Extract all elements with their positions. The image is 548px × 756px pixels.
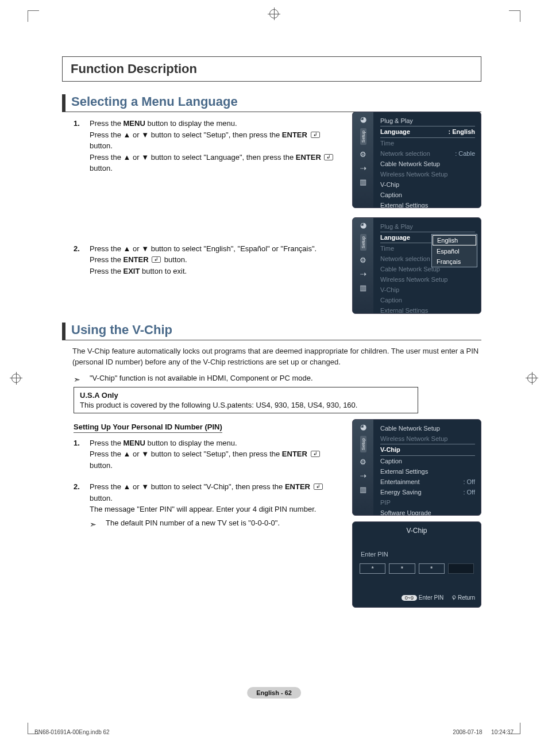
step-text: button. (90, 494, 113, 502)
section-intro: The V-Chip feature automatically locks o… (62, 346, 481, 368)
language-option[interactable]: Español (432, 246, 477, 256)
osd-label: Energy Saving (380, 489, 422, 496)
note: ➣ "V-Chip" function is not available in … (74, 374, 481, 382)
registration-mark-icon (11, 374, 21, 383)
osd-label: Language (380, 234, 410, 241)
step-number: 1. (74, 118, 80, 129)
bold-label: MENU (124, 119, 145, 128)
section-heading: Using the V-Chip (62, 323, 481, 340)
enter-icon (311, 132, 320, 138)
step-text: button. (90, 164, 113, 172)
picture-icon: ◕ (359, 423, 367, 431)
bold-label: ENTER (282, 450, 307, 458)
osd-sidebar: ◕ Setup ⚙ ⇢ ▥ (353, 218, 373, 313)
step-1: 1. Press the MENU button to display the … (74, 118, 338, 174)
registration-mark-icon (269, 9, 279, 18)
language-option[interactable]: Français (432, 256, 477, 267)
osd-item[interactable]: Cable Network Setup (380, 423, 475, 433)
osd-value: : Cable (455, 150, 475, 157)
step-number: 1. (74, 438, 80, 449)
step-text: The message "Enter PIN" will appear. Ent… (90, 505, 316, 513)
step-number: 2. (74, 481, 80, 493)
osd-item[interactable]: Entertainment: Off (380, 477, 475, 487)
registration-mark-icon (527, 374, 537, 383)
osd-item[interactable]: Plug & Play (380, 116, 475, 126)
input-icon: ⇢ (359, 472, 367, 480)
osd-item[interactable]: Caption (380, 456, 475, 466)
osd-item: Plug & Play (380, 221, 475, 232)
language-option[interactable]: English (433, 235, 476, 245)
step-text: Press the ▲ or ▼ button to select "V-Chi… (90, 482, 285, 491)
step-text: Press the ▲ or ▼ button to select "Engli… (90, 244, 317, 253)
usa-body: This product is covered by the following… (80, 401, 412, 409)
section-selecting-language: Selecting a Menu Language 1. Press the M… (62, 94, 481, 277)
osd-value: : Off (463, 478, 475, 485)
badge-0-9: 0~9 (402, 595, 417, 601)
step-text: Press the (90, 439, 124, 447)
pin-digit[interactable] (448, 563, 474, 574)
step-text: Press the ▲ or ▼ button to select "Langu… (90, 153, 296, 162)
osd-item[interactable]: External Settings (380, 200, 475, 208)
osd-label: V-Chip (380, 446, 400, 453)
step-2: 2. Press the ▲ or ▼ button to select "V-… (74, 481, 338, 528)
osd-sidebar: ◕ Setup ⚙ ⇢ ▥ (353, 112, 373, 208)
foot-label: Enter PIN (419, 594, 443, 601)
pin-digit[interactable]: * (360, 563, 385, 574)
osd-item: Wireless Network Setup (380, 274, 475, 285)
note-text: "V-Chip" function is not available in HD… (90, 374, 313, 382)
gear-icon: ⚙ (359, 151, 367, 159)
page-number-badge: English - 62 (247, 687, 301, 699)
enter-icon (324, 154, 333, 160)
pin-entry-panel: V-Chip Enter PIN * * * 0~9 Enter PIN ⟲ R… (352, 521, 481, 608)
picture-icon: ◕ (359, 116, 367, 124)
osd-setup-menu-2: ◕ Setup ⚙ ⇢ ▥ Plug & Play Language: Time… (352, 217, 481, 314)
pin-digit[interactable]: * (419, 563, 445, 574)
osd-item[interactable]: V-Chip (380, 179, 475, 190)
osd-items: Plug & Play ▸Language: English Time Netw… (373, 112, 481, 208)
osd-item[interactable]: External Settings (380, 466, 475, 477)
pin-row: * * * (353, 563, 481, 574)
step-text: button to display the menu. (145, 119, 237, 128)
bold-label: EXIT (124, 267, 140, 275)
osd-items: Cable Network Setup Wireless Network Set… (373, 420, 481, 516)
osd-value: : English (449, 128, 475, 135)
app-icon: ▥ (359, 178, 367, 186)
enter-icon (152, 256, 161, 263)
osd-label: Network selection (380, 150, 430, 157)
osd-sidebar: ◕ Setup ⚙ ⇢ ▥ (353, 420, 373, 515)
osd-item: Time (380, 138, 475, 148)
osd-item-selected[interactable]: ▸Language: English (380, 126, 475, 138)
osd-item[interactable]: Cable Network Setup (380, 159, 475, 169)
pin-footer: 0~9 Enter PIN ⟲ Return (353, 574, 481, 601)
step-text: button to display the menu. (145, 439, 237, 447)
step-text: Press the (90, 267, 124, 275)
osd-item[interactable]: Energy Saving: Off (380, 487, 475, 497)
step-1: 1. Press the MENU button to display the … (74, 438, 338, 471)
note-icon: ➣ (90, 519, 97, 531)
foot-label: Return (458, 594, 475, 601)
section-heading: Selecting a Menu Language (62, 94, 481, 112)
enter-icon (311, 451, 320, 457)
osd-item: V-Chip (380, 285, 475, 295)
crop-mark (509, 10, 520, 22)
pin-digit[interactable]: * (389, 563, 415, 574)
return-icon: ⟲ (451, 596, 457, 600)
bold-label: ENTER (124, 255, 149, 264)
step-text: button. (162, 255, 187, 264)
step-2: 2. Press the ▲ or ▼ button to select "En… (74, 243, 338, 277)
osd-item: Wireless Network Setup (380, 169, 475, 179)
step-text: Press the ▲ or ▼ button to select "Setup… (90, 131, 282, 139)
pin-label: Enter PIN (353, 539, 481, 563)
osd-item[interactable]: Software Upgrade (380, 508, 475, 516)
osd-label: Language (380, 128, 410, 135)
step-text: Press the ▲ or ▼ button to select "Setup… (90, 450, 282, 458)
app-icon: ▥ (359, 284, 367, 292)
picture-icon: ◕ (359, 221, 367, 229)
osd-item: External Settings (380, 305, 475, 314)
step-text: button to exit. (140, 267, 187, 275)
osd-item[interactable]: Caption (380, 190, 475, 200)
step-number: 2. (74, 243, 80, 255)
osd-item-selected[interactable]: ▸V-Chip (380, 444, 475, 456)
osd-setup-menu-3: ◕ Setup ⚙ ⇢ ▥ Cable Network Setup Wirele… (352, 419, 481, 516)
osd-setup-menu-1: ◕ Setup ⚙ ⇢ ▥ Plug & Play ▸Language: Eng… (352, 112, 481, 208)
